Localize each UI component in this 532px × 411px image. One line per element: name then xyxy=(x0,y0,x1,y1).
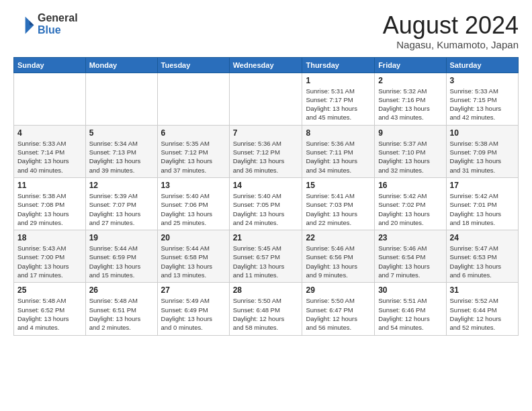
calendar-header: SundayMondayTuesdayWednesdayThursdayFrid… xyxy=(14,57,519,73)
calendar-week-row: 4Sunrise: 5:33 AM Sunset: 7:14 PM Daylig… xyxy=(14,125,519,177)
logo-general-text: General xyxy=(38,12,78,24)
day-info: Sunrise: 5:33 AM Sunset: 7:14 PM Dayligh… xyxy=(17,139,82,175)
day-info: Sunrise: 5:44 AM Sunset: 6:58 PM Dayligh… xyxy=(161,244,226,279)
day-info: Sunrise: 5:43 AM Sunset: 7:00 PM Dayligh… xyxy=(17,244,82,279)
day-info: Sunrise: 5:40 AM Sunset: 7:06 PM Dayligh… xyxy=(161,191,226,227)
weekday-header-sunday: Sunday xyxy=(14,57,86,73)
weekday-header-monday: Monday xyxy=(85,57,157,73)
calendar-cell: 3Sunrise: 5:33 AM Sunset: 7:15 PM Daylig… xyxy=(446,73,518,125)
day-number: 2 xyxy=(378,76,442,85)
calendar-cell: 17Sunrise: 5:42 AM Sunset: 7:01 PM Dayli… xyxy=(446,177,518,230)
calendar-cell: 7Sunrise: 5:36 AM Sunset: 7:12 PM Daylig… xyxy=(229,125,302,177)
day-info: Sunrise: 5:40 AM Sunset: 7:05 PM Dayligh… xyxy=(233,191,299,227)
day-number: 26 xyxy=(89,285,154,295)
calendar-cell: 23Sunrise: 5:46 AM Sunset: 6:54 PM Dayli… xyxy=(375,230,446,283)
calendar-week-row: 1Sunrise: 5:31 AM Sunset: 7:17 PM Daylig… xyxy=(14,73,519,125)
day-info: Sunrise: 5:47 AM Sunset: 6:53 PM Dayligh… xyxy=(450,244,515,279)
day-number: 19 xyxy=(89,233,154,242)
day-info: Sunrise: 5:34 AM Sunset: 7:13 PM Dayligh… xyxy=(89,139,154,175)
calendar-cell: 11Sunrise: 5:38 AM Sunset: 7:08 PM Dayli… xyxy=(14,177,86,230)
day-info: Sunrise: 5:38 AM Sunset: 7:08 PM Dayligh… xyxy=(17,191,82,227)
day-number: 16 xyxy=(378,181,442,190)
weekday-header-thursday: Thursday xyxy=(302,57,375,73)
day-number: 4 xyxy=(17,128,82,138)
day-number: 14 xyxy=(233,181,299,190)
day-number: 9 xyxy=(378,128,442,138)
weekday-header-row: SundayMondayTuesdayWednesdayThursdayFrid… xyxy=(14,57,519,73)
calendar-week-row: 11Sunrise: 5:38 AM Sunset: 7:08 PM Dayli… xyxy=(14,177,519,230)
calendar-cell xyxy=(85,73,157,125)
day-number: 5 xyxy=(89,128,154,138)
calendar-cell: 15Sunrise: 5:41 AM Sunset: 7:03 PM Dayli… xyxy=(302,177,375,230)
calendar-cell: 31Sunrise: 5:52 AM Sunset: 6:44 PM Dayli… xyxy=(446,283,518,335)
calendar-cell: 30Sunrise: 5:51 AM Sunset: 6:46 PM Dayli… xyxy=(375,283,446,335)
calendar-cell: 2Sunrise: 5:32 AM Sunset: 7:16 PM Daylig… xyxy=(375,73,446,125)
calendar-cell: 5Sunrise: 5:34 AM Sunset: 7:13 PM Daylig… xyxy=(85,125,157,177)
day-number: 18 xyxy=(17,233,82,242)
calendar-cell: 28Sunrise: 5:50 AM Sunset: 6:48 PM Dayli… xyxy=(229,283,302,335)
day-info: Sunrise: 5:36 AM Sunset: 7:12 PM Dayligh… xyxy=(233,139,299,175)
day-number: 30 xyxy=(378,285,442,295)
weekday-header-tuesday: Tuesday xyxy=(157,57,229,73)
day-info: Sunrise: 5:50 AM Sunset: 6:47 PM Dayligh… xyxy=(306,296,371,332)
day-info: Sunrise: 5:49 AM Sunset: 6:49 PM Dayligh… xyxy=(161,296,226,332)
day-info: Sunrise: 5:48 AM Sunset: 6:51 PM Dayligh… xyxy=(89,296,154,332)
day-info: Sunrise: 5:44 AM Sunset: 6:59 PM Dayligh… xyxy=(89,244,154,279)
calendar-cell: 6Sunrise: 5:35 AM Sunset: 7:12 PM Daylig… xyxy=(157,125,229,177)
weekday-header-friday: Friday xyxy=(375,57,446,73)
day-number: 28 xyxy=(233,285,299,295)
day-number: 27 xyxy=(161,285,226,295)
day-info: Sunrise: 5:39 AM Sunset: 7:07 PM Dayligh… xyxy=(89,191,154,227)
day-number: 25 xyxy=(17,285,82,295)
calendar-cell: 13Sunrise: 5:40 AM Sunset: 7:06 PM Dayli… xyxy=(157,177,229,230)
calendar-cell: 19Sunrise: 5:44 AM Sunset: 6:59 PM Dayli… xyxy=(85,230,157,283)
day-number: 29 xyxy=(306,285,371,295)
logo-text: General Blue xyxy=(38,12,78,36)
day-info: Sunrise: 5:51 AM Sunset: 6:46 PM Dayligh… xyxy=(378,296,442,332)
calendar-cell xyxy=(229,73,302,125)
day-number: 10 xyxy=(450,128,515,138)
calendar-cell xyxy=(14,73,86,125)
calendar-cell: 16Sunrise: 5:42 AM Sunset: 7:02 PM Dayli… xyxy=(375,177,446,230)
calendar-cell: 14Sunrise: 5:40 AM Sunset: 7:05 PM Dayli… xyxy=(229,177,302,230)
calendar-cell: 20Sunrise: 5:44 AM Sunset: 6:58 PM Dayli… xyxy=(157,230,229,283)
day-number: 24 xyxy=(450,233,515,242)
page: General Blue August 2024 Nagasu, Kumamot… xyxy=(0,0,532,411)
logo: General Blue xyxy=(13,12,78,36)
day-info: Sunrise: 5:32 AM Sunset: 7:16 PM Dayligh… xyxy=(378,87,442,122)
location-subtitle: Nagasu, Kumamoto, Japan xyxy=(383,39,519,50)
calendar-cell: 26Sunrise: 5:48 AM Sunset: 6:51 PM Dayli… xyxy=(85,283,157,335)
calendar-body: 1Sunrise: 5:31 AM Sunset: 7:17 PM Daylig… xyxy=(14,73,519,335)
calendar-week-row: 18Sunrise: 5:43 AM Sunset: 7:00 PM Dayli… xyxy=(14,230,519,283)
weekday-header-wednesday: Wednesday xyxy=(229,57,302,73)
calendar-cell: 25Sunrise: 5:48 AM Sunset: 6:52 PM Dayli… xyxy=(14,283,86,335)
day-info: Sunrise: 5:52 AM Sunset: 6:44 PM Dayligh… xyxy=(450,296,515,332)
day-number: 12 xyxy=(89,181,154,190)
day-info: Sunrise: 5:31 AM Sunset: 7:17 PM Dayligh… xyxy=(306,87,371,122)
day-info: Sunrise: 5:46 AM Sunset: 6:56 PM Dayligh… xyxy=(306,244,371,279)
day-info: Sunrise: 5:42 AM Sunset: 7:02 PM Dayligh… xyxy=(378,191,442,227)
day-number: 13 xyxy=(161,181,226,190)
day-info: Sunrise: 5:45 AM Sunset: 6:57 PM Dayligh… xyxy=(233,244,299,279)
day-info: Sunrise: 5:37 AM Sunset: 7:10 PM Dayligh… xyxy=(378,139,442,175)
main-title: August 2024 xyxy=(383,12,519,39)
title-block: August 2024 Nagasu, Kumamoto, Japan xyxy=(383,12,519,50)
day-number: 11 xyxy=(17,181,82,190)
calendar-cell: 22Sunrise: 5:46 AM Sunset: 6:56 PM Dayli… xyxy=(302,230,375,283)
day-info: Sunrise: 5:33 AM Sunset: 7:15 PM Dayligh… xyxy=(450,87,515,122)
header: General Blue August 2024 Nagasu, Kumamot… xyxy=(13,12,519,50)
calendar-cell: 21Sunrise: 5:45 AM Sunset: 6:57 PM Dayli… xyxy=(229,230,302,283)
day-number: 21 xyxy=(233,233,299,242)
calendar-cell xyxy=(157,73,229,125)
day-info: Sunrise: 5:42 AM Sunset: 7:01 PM Dayligh… xyxy=(450,191,515,227)
day-info: Sunrise: 5:46 AM Sunset: 6:54 PM Dayligh… xyxy=(378,244,442,279)
day-number: 15 xyxy=(306,181,371,190)
day-info: Sunrise: 5:36 AM Sunset: 7:11 PM Dayligh… xyxy=(306,139,371,175)
day-number: 20 xyxy=(161,233,226,242)
logo-icon xyxy=(13,13,35,35)
day-number: 7 xyxy=(233,128,299,138)
day-number: 1 xyxy=(306,76,371,85)
day-info: Sunrise: 5:50 AM Sunset: 6:48 PM Dayligh… xyxy=(233,296,299,332)
calendar-cell: 4Sunrise: 5:33 AM Sunset: 7:14 PM Daylig… xyxy=(14,125,86,177)
calendar-cell: 9Sunrise: 5:37 AM Sunset: 7:10 PM Daylig… xyxy=(375,125,446,177)
